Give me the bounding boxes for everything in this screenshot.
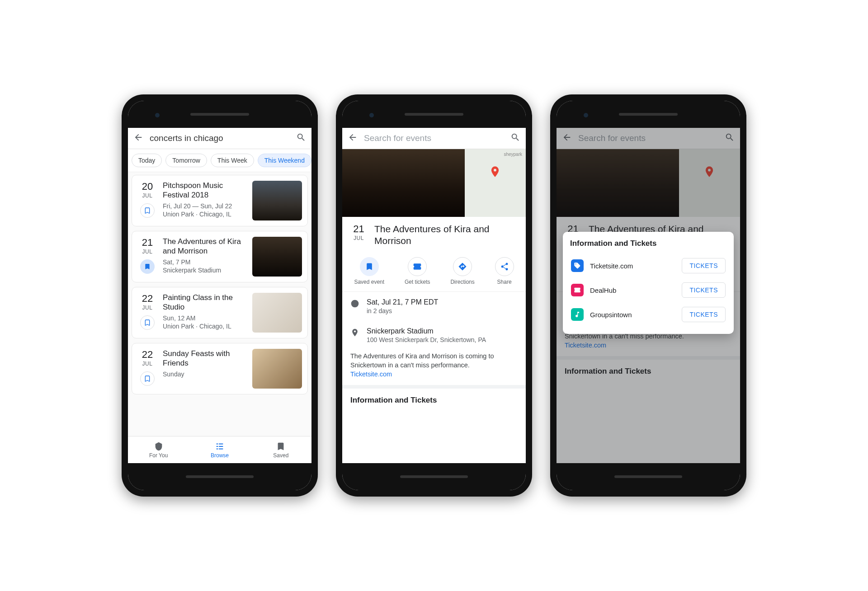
action-row: Saved event Get tickets Directions Share xyxy=(342,253,526,292)
ticket-icon xyxy=(571,284,584,296)
back-icon[interactable] xyxy=(133,132,143,144)
provider-row: DealHub TICKETS xyxy=(570,278,726,302)
action-label: Saved event xyxy=(354,279,384,285)
event-photo xyxy=(342,149,465,217)
when-sub: in 2 days xyxy=(367,307,438,314)
event-dates: Sunday xyxy=(163,370,247,379)
search-bar: concerts in chicago xyxy=(128,128,311,149)
back-icon[interactable] xyxy=(348,132,358,144)
tickets-button[interactable]: TICKETS xyxy=(682,307,726,322)
event-dates: Sat, 7 PM xyxy=(163,258,247,267)
action-saved[interactable]: Saved event xyxy=(354,257,384,285)
nav-label: Browse xyxy=(211,452,229,459)
phone-ticket-popup: Search for events 21 JUL The Adve xyxy=(550,94,746,497)
event-title: Pitchspoon Music Festival 2018 xyxy=(163,181,247,200)
map-pin-icon xyxy=(489,165,501,180)
tickets-popup: Information and Tickets Ticketsite.com T… xyxy=(563,232,734,334)
event-description: The Adventures of Kira and Morrison is c… xyxy=(342,350,526,385)
action-label: Get tickets xyxy=(405,279,430,285)
event-date-month: JUL xyxy=(137,361,157,367)
event-location: Union Park · Chicago, IL xyxy=(163,210,247,219)
bookmark-icon[interactable] xyxy=(140,259,155,274)
provider-name: Ticketsite.com xyxy=(590,262,675,270)
tickets-button[interactable]: TICKETS xyxy=(682,258,726,273)
provider-row: Ticketsite.com TICKETS xyxy=(570,253,726,278)
provider-name: DealHub xyxy=(590,286,675,294)
nav-browse[interactable]: Browse xyxy=(189,436,250,463)
event-location: Snickerpark Stadium xyxy=(163,266,247,275)
event-date-day: 21 xyxy=(349,223,368,235)
clock-icon xyxy=(350,299,359,308)
phone-detail: Search for events sheypark 21 JUL xyxy=(336,94,532,497)
where-main: Snickerpark Stadium xyxy=(367,327,486,335)
event-dates: Fri, Jul 20 — Sun, Jul 22 xyxy=(163,202,247,211)
search-icon[interactable] xyxy=(510,132,520,144)
bookmark-icon[interactable] xyxy=(140,203,155,218)
chip-this-week[interactable]: This Week xyxy=(211,154,254,167)
search-placeholder[interactable]: Search for events xyxy=(364,133,504,143)
section-header-tickets: Information and Tickets xyxy=(342,385,526,412)
popup-title: Information and Tickets xyxy=(570,239,726,248)
event-date-day: 21 xyxy=(137,237,157,249)
action-share[interactable]: Share xyxy=(495,257,514,285)
action-label: Directions xyxy=(450,279,474,285)
event-card[interactable]: 22 JUL Painting Class in the Studio Sun,… xyxy=(132,287,308,338)
event-title: Painting Class in the Studio xyxy=(163,293,247,312)
search-query-text[interactable]: concerts in chicago xyxy=(150,133,290,143)
tag-icon xyxy=(571,259,584,272)
search-icon[interactable] xyxy=(296,132,306,144)
event-thumbnail xyxy=(252,181,302,220)
event-date-month: JUL xyxy=(137,305,157,311)
event-date-month: JUL xyxy=(137,249,157,255)
nav-label: For You xyxy=(149,452,168,459)
event-title: Sunday Feasts with Friends xyxy=(163,349,247,368)
search-bar: Search for events xyxy=(342,128,526,149)
provider-row: Groupsintown TICKETS xyxy=(570,302,726,327)
event-title: The Adventures of Kira and Morrison xyxy=(163,237,247,256)
where-sub: 100 West Snickerpark Dr, Snickertown, PA xyxy=(367,336,486,343)
event-card[interactable]: 21 JUL The Adventures of Kira and Morris… xyxy=(132,231,308,282)
event-date-month: JUL xyxy=(349,235,368,241)
tickets-button[interactable]: TICKETS xyxy=(682,282,726,298)
when-row: Sat, Jul 21, 7 PM EDT in 2 days xyxy=(342,292,526,321)
date-filter-chips: Today Tomorrow This Week This Weekend xyxy=(128,149,311,172)
event-dates: Sun, 12 AM xyxy=(163,314,247,323)
location-icon xyxy=(350,328,359,337)
bottom-nav: For You Browse Saved xyxy=(128,436,311,463)
music-icon xyxy=(571,308,584,321)
event-thumbnail xyxy=(252,349,302,389)
nav-label: Saved xyxy=(273,452,288,459)
chip-tomorrow[interactable]: Tomorrow xyxy=(165,154,207,167)
provider-name: Groupsintown xyxy=(590,311,675,319)
event-card[interactable]: 22 JUL Sunday Feasts with Friends Sunday xyxy=(132,343,308,394)
bookmark-icon[interactable] xyxy=(140,315,155,330)
chip-this-weekend[interactable]: This Weekend xyxy=(258,154,311,167)
when-main: Sat, Jul 21, 7 PM EDT xyxy=(367,298,438,306)
event-thumbnail xyxy=(252,237,302,277)
event-thumbnail xyxy=(252,293,302,333)
event-card[interactable]: 20 JUL Pitchspoon Music Festival 2018 Fr… xyxy=(132,175,308,226)
map-label: sheypark xyxy=(504,152,522,157)
event-date-day: 20 xyxy=(137,181,157,192)
action-directions[interactable]: Directions xyxy=(450,257,474,285)
event-list: 20 JUL Pitchspoon Music Festival 2018 Fr… xyxy=(128,172,311,436)
event-date-day: 22 xyxy=(137,349,157,361)
chip-today[interactable]: Today xyxy=(132,154,162,167)
phone-browse: concerts in chicago Today Tomorrow This … xyxy=(122,94,318,497)
nav-for-you[interactable]: For You xyxy=(128,436,189,463)
event-map[interactable]: sheypark xyxy=(465,149,526,217)
event-date-month: JUL xyxy=(137,192,157,199)
description-link[interactable]: Ticketsite.com xyxy=(350,371,392,378)
event-hero: sheypark xyxy=(342,149,526,217)
nav-saved[interactable]: Saved xyxy=(250,436,311,463)
action-label: Share xyxy=(497,279,512,285)
event-location: Union Park · Chicago, IL xyxy=(163,322,247,331)
bookmark-icon[interactable] xyxy=(140,371,155,386)
event-date-day: 22 xyxy=(137,293,157,305)
where-row: Snickerpark Stadium 100 West Snickerpark… xyxy=(342,321,526,350)
event-title: The Adventures of Kira and Morrison xyxy=(374,223,519,247)
action-get-tickets[interactable]: Get tickets xyxy=(405,257,430,285)
